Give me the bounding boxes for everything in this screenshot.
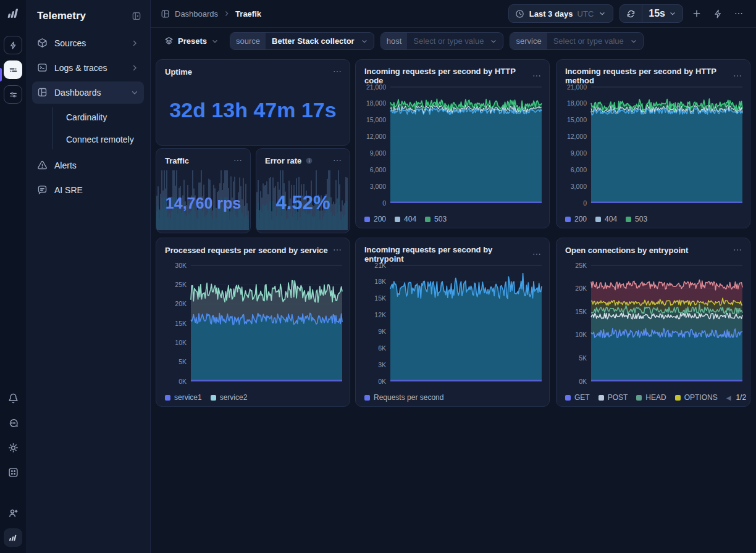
card-menu-icon[interactable]	[332, 67, 342, 77]
legend-item[interactable]: 503	[425, 215, 447, 223]
error-rate-value: 4.52%	[256, 192, 350, 214]
uptime-product-icon[interactable]	[4, 36, 22, 54]
card-title: Uptime	[165, 67, 192, 77]
legend-item[interactable]: service1	[165, 393, 202, 402]
legend-swatch	[626, 217, 631, 222]
notifications-bell-icon[interactable]	[4, 389, 22, 407]
svg-text:15,000: 15,000	[567, 116, 587, 123]
sidebar-subitem-connect-remotely[interactable]: Connect remotely	[32, 128, 144, 151]
info-icon[interactable]	[305, 157, 313, 165]
legend-item[interactable]: GET	[565, 393, 590, 402]
svg-text:10K: 10K	[575, 331, 587, 338]
svg-text:0K: 0K	[378, 378, 386, 385]
refresh-interval-value: 15s	[649, 8, 665, 19]
telemetry-product-icon[interactable]	[4, 60, 22, 79]
legend-prev-icon[interactable]: ◀	[726, 394, 731, 401]
card-menu-icon[interactable]	[233, 156, 243, 165]
legend-item[interactable]: Requests per second	[364, 393, 443, 402]
by-entrypoint-chart-plot[interactable]: 0K3K6K9K12K15K18K21K	[361, 259, 545, 389]
sidebar-item-sources[interactable]: Sources	[32, 32, 144, 54]
sidebar-item-alerts[interactable]: Alerts	[32, 154, 144, 177]
legend-swatch	[425, 217, 430, 222]
svg-text:9,000: 9,000	[571, 149, 587, 157]
sidebar-item-dashboards[interactable]: Dashboards	[32, 81, 144, 104]
legend-item[interactable]: 503	[626, 215, 647, 223]
card-menu-icon[interactable]	[733, 71, 742, 81]
refresh-interval-select[interactable]: 15s	[642, 5, 682, 22]
legend-swatch	[565, 217, 571, 222]
legend-item[interactable]: 200	[364, 215, 386, 223]
open-connections-chart-plot[interactable]: 0K5K10K15K20K25K	[561, 259, 746, 389]
sliders-product-icon[interactable]	[4, 85, 22, 104]
chevron-right-icon	[130, 64, 139, 72]
by-service-chart-plot[interactable]: 0K5K10K15K20K25K30K	[161, 259, 346, 389]
sidebar-item-logs-traces[interactable]: Logs & traces	[32, 57, 144, 79]
sidebar-title: Telemetry	[37, 10, 86, 22]
sidebar-subitem-cardinality[interactable]: Cardinality	[32, 106, 144, 128]
svg-text:15K: 15K	[374, 294, 386, 302]
http-code-chart-plot[interactable]: 03,0006,0009,00012,00015,00018,00021,000	[361, 81, 545, 210]
card-menu-icon[interactable]	[532, 249, 542, 259]
http-method-chart-plot[interactable]: 03,0006,0009,00012,00015,00018,00021,000	[561, 81, 746, 210]
breadcrumb: Dashboards Traefik	[161, 9, 261, 19]
legend-item[interactable]: 404	[595, 215, 617, 223]
chevron-down-icon	[598, 6, 607, 21]
invite-user-icon[interactable]	[4, 504, 22, 522]
sidebar-item-label: Sources	[54, 38, 86, 48]
legend-swatch	[675, 395, 681, 401]
error-rate-card: Error rate 4.52%	[256, 148, 350, 233]
legend-item[interactable]: HEAD	[636, 393, 666, 402]
chart-title: Processed requests per second by service	[165, 246, 328, 255]
breadcrumb-parent[interactable]: Dashboards	[175, 9, 218, 19]
filter-service[interactable]: service Select or type value	[510, 32, 643, 50]
chart-title: Open connections by entrypoint	[565, 246, 688, 255]
quick-actions-zap-icon[interactable]	[710, 6, 725, 21]
presets-button[interactable]: Presets	[159, 33, 224, 49]
svg-text:20K: 20K	[175, 300, 187, 307]
support-chat-icon[interactable]	[4, 414, 22, 432]
card-menu-icon[interactable]	[733, 245, 742, 255]
svg-text:12,000: 12,000	[567, 133, 587, 140]
svg-text:3,000: 3,000	[571, 183, 587, 190]
collapse-sidebar-icon[interactable]	[132, 11, 141, 21]
workspace-avatar[interactable]	[4, 528, 22, 547]
add-panel-button[interactable]	[689, 6, 704, 21]
svg-text:21K: 21K	[374, 262, 386, 269]
legend-swatch	[165, 395, 170, 401]
uptime-card: Uptime 32d 13h 47m 17s	[156, 59, 350, 146]
sidebar-item-ai-sre[interactable]: AI SRE	[32, 179, 144, 201]
svg-text:18K: 18K	[374, 278, 386, 285]
legend-label: Requests per second	[374, 393, 443, 402]
legend-item[interactable]: OPTIONS	[675, 393, 718, 402]
chat-square-icon	[37, 185, 48, 196]
svg-text:6,000: 6,000	[370, 166, 386, 173]
svg-text:6,000: 6,000	[571, 166, 587, 173]
legend-page-indicator: 1/2	[736, 393, 746, 402]
legend-item[interactable]: 404	[395, 215, 416, 223]
theme-sun-icon[interactable]	[4, 438, 22, 457]
legend-item[interactable]: POST	[598, 393, 628, 402]
filter-source[interactable]: source Better Stack collector	[230, 32, 374, 50]
breadcrumb-current: Traefik	[235, 9, 261, 19]
legend-item[interactable]: service2	[211, 393, 248, 402]
card-menu-icon[interactable]	[532, 71, 542, 81]
uptime-value: 32d 13h 47m 17s	[156, 98, 350, 122]
filter-source-value: Better Stack collector	[266, 36, 361, 46]
legend-swatch	[364, 217, 370, 222]
svg-text:18,000: 18,000	[567, 99, 587, 107]
card-menu-icon[interactable]	[332, 156, 342, 165]
filter-host[interactable]: host Select or type value	[380, 32, 504, 50]
legend-item[interactable]: 200	[565, 215, 587, 223]
apps-grid-icon[interactable]	[4, 463, 22, 481]
svg-text:0K: 0K	[579, 378, 587, 385]
card-menu-icon[interactable]	[332, 245, 342, 255]
legend-swatch	[636, 395, 642, 401]
more-menu-icon[interactable]	[731, 6, 746, 21]
betterstack-logo-icon[interactable]	[6, 6, 20, 22]
refresh-button[interactable]	[620, 5, 642, 22]
time-range-picker[interactable]: Last 3 days UTC	[508, 4, 614, 23]
svg-text:0: 0	[382, 199, 386, 207]
svg-text:25K: 25K	[575, 262, 587, 269]
svg-text:25K: 25K	[175, 281, 187, 288]
chart-legend: 200404503	[565, 215, 744, 223]
